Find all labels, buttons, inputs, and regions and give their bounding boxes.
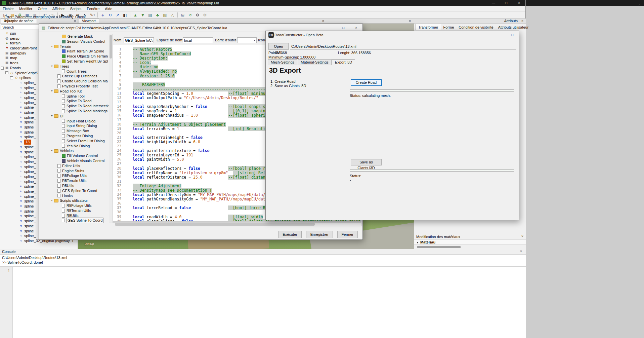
collapse-expander-icon[interactable]: − — [1, 67, 4, 70]
script-tree-item[interactable]: R5Terrain Utils — [41, 208, 109, 213]
menu-fenetre[interactable]: Fenêtre — [84, 6, 102, 12]
toolbar-dropdown[interactable]: ▼ — [237, 37, 257, 43]
executer-button[interactable]: Exécuter — [278, 231, 301, 238]
local-global-toggle-icon[interactable]: ◧ — [122, 12, 128, 18]
script-tree-item[interactable]: Yes No Dialog — [41, 144, 109, 149]
script-tree-item[interactable]: Place Objects On Terrain — [41, 54, 109, 59]
close-icon[interactable]: × — [520, 234, 524, 238]
script-tree-item[interactable]: ▼Ui — [41, 114, 109, 119]
minimize-icon[interactable]: — — [487, 0, 500, 6]
close-icon[interactable]: × — [513, 0, 525, 6]
foliage-paint-icon[interactable]: ♣ — [154, 12, 161, 18]
xml-path-field[interactable]: C:\Users\Admin\Desktop\Routes\13.xml — [290, 43, 516, 50]
tab-attributs-utilisateur[interactable]: Attributs utilisateur — [496, 24, 531, 30]
tab-export-i3d[interactable]: Export i3D — [332, 59, 355, 65]
script-tree-item[interactable]: Vehicle Visuals Control — [41, 158, 109, 163]
script-tree-item[interactable]: Set Terrain Height By Spl — [41, 59, 109, 64]
material-section-header[interactable]: ▼Matériau — [414, 239, 526, 245]
tab-material-settings[interactable]: Material-Settings — [298, 59, 332, 65]
collapse-expander-icon[interactable]: − — [5, 71, 8, 74]
script-tree-item[interactable]: Spline To Road Intersection — [41, 104, 109, 109]
menu-modifier[interactable]: Modifier — [16, 6, 35, 12]
expanded-arrow-icon[interactable]: ▼ — [51, 114, 53, 119]
script-tree-item[interactable]: Spline To Road — [41, 99, 109, 104]
console-input-area[interactable]: 1 — [0, 267, 526, 338]
terrain-height-icon[interactable]: △ — [169, 12, 176, 18]
fermer-button[interactable]: Fermer — [337, 231, 358, 238]
script-tree-item[interactable]: Season Visuals Control — [41, 39, 109, 44]
close-icon[interactable]: × — [520, 19, 524, 23]
script-tree-item[interactable]: Physics Property Test — [41, 84, 109, 89]
console-output[interactable]: C:\Users\Admin\Desktop\Routes\13.xml>> S… — [0, 254, 526, 267]
expanded-arrow-icon[interactable]: ▼ — [51, 44, 53, 49]
create-road-button[interactable]: Create Road — [351, 79, 382, 86]
script-tree-item[interactable]: R5Foliage Utils — [41, 173, 109, 178]
expanded-arrow-icon[interactable]: ▼ — [51, 198, 53, 203]
enregistrer-button[interactable]: Enregistrer — [306, 231, 333, 238]
script-tree-item[interactable]: Message Box — [41, 128, 109, 134]
script-tree-item[interactable]: Input String Dialog — [41, 123, 109, 128]
script-tree-item[interactable]: Progress Dialog — [41, 134, 109, 139]
menu-fichier[interactable]: Fichier — [0, 6, 16, 12]
scrollbar-thumb[interactable] — [115, 223, 315, 226]
chevron-down-icon[interactable]: ▾ — [94, 14, 95, 16]
scrollbar-thumb[interactable] — [110, 35, 112, 59]
close-icon[interactable]: × — [408, 19, 412, 23]
close-icon[interactable]: × — [519, 249, 523, 253]
tab-transformer[interactable]: Transformer — [416, 24, 441, 30]
menu-afficher[interactable]: Afficher — [50, 6, 68, 12]
brush-icon[interactable]: ✎▾ — [89, 12, 96, 18]
script-tree-item[interactable]: Check Clip Distances — [41, 74, 109, 79]
script-tree-item[interactable]: Generate Mask — [41, 34, 109, 39]
code-horizontal-scrollbar[interactable] — [113, 222, 361, 226]
script-tree-item[interactable]: Hooks — [41, 193, 109, 198]
script-tree-item[interactable]: R5Foliage Utils — [41, 203, 109, 208]
tab-condition-de-visibilite[interactable]: Condition de visibilité — [456, 24, 496, 30]
reload-icon[interactable]: ↺ — [187, 12, 194, 18]
road-constructor-titlebar[interactable]: R5 RoadConstructor - Open Beta — □ — [266, 31, 519, 39]
script-tree-item[interactable]: R5Utils — [41, 213, 109, 218]
scale-tool-icon[interactable]: ↗ — [114, 12, 121, 18]
script-tree-item[interactable]: R5Terrain Utils — [41, 178, 109, 183]
settings-gear-icon[interactable]: ⚙ — [194, 12, 201, 18]
collapse-expander-icon[interactable]: − — [10, 76, 13, 79]
close-icon[interactable]: × — [321, 19, 325, 23]
script-tree-item[interactable]: ▼Terrain — [41, 44, 109, 49]
terrain-detail-icon[interactable]: ▧ — [162, 12, 168, 18]
expanded-arrow-icon[interactable]: ▼ — [51, 148, 53, 153]
script-tree-item[interactable]: GES Spline To Coord — [41, 188, 109, 193]
script-tree-item[interactable]: Input Float Dialog — [41, 119, 109, 124]
menu-scripts[interactable]: Scripts — [68, 6, 84, 12]
script-tree-item[interactable]: Fill Volume Control — [41, 153, 109, 158]
terrain-raise-icon[interactable]: ▲ — [132, 12, 139, 18]
script-tree-item[interactable]: Select From List Dialog — [41, 139, 109, 144]
script-tree-item[interactable]: R5Utils — [41, 183, 109, 188]
script-tree-item[interactable]: Editor Utils — [41, 163, 109, 168]
open-xml-button[interactable]: Open XML — [268, 43, 289, 50]
tab-mesh-settings[interactable]: Mesh-Settings — [268, 59, 297, 65]
menu-aide[interactable]: Aide — [102, 6, 115, 12]
window-titlebar[interactable]: GIANTS Editor 64bit 10.0.10 - C:/Users/A… — [0, 0, 525, 6]
info-layer-icon[interactable]: ⊞ — [179, 12, 186, 18]
maximize-icon[interactable]: □ — [506, 31, 519, 39]
save-as-giants-i3d-button[interactable]: Save as Giants i3D — [351, 159, 382, 165]
expanded-arrow-icon[interactable]: ▼ — [51, 64, 53, 69]
script-tree-item[interactable]: Paint Terrain By Spline — [41, 49, 109, 54]
close-icon[interactable]: × — [638, 2, 641, 7]
menu-creer[interactable]: Créer — [35, 6, 50, 12]
minimize-icon[interactable]: — — [493, 31, 506, 39]
preferences-gear-icon[interactable]: ⚙ — [202, 12, 208, 18]
script-tree-item[interactable]: Count Trees — [41, 69, 109, 74]
script-tree-item[interactable]: ▼Scripts utilisateur — [41, 198, 109, 203]
script-tree-item[interactable]: ▼Trees — [41, 64, 109, 69]
maximize-icon[interactable]: □ — [500, 0, 513, 6]
script-tree-item[interactable]: Spline To Road Markings — [41, 109, 109, 114]
script-tree-item[interactable]: ▼Vehicles — [41, 148, 109, 153]
script-tree-item[interactable]: Spline Tool — [41, 94, 109, 99]
tab-forme[interactable]: Forme — [441, 24, 457, 30]
terrain-paint-icon[interactable]: ▨ — [147, 12, 154, 18]
script-tree-item[interactable]: ▼Road Tool Kit — [41, 89, 109, 94]
expanded-arrow-icon[interactable]: ▼ — [51, 89, 53, 94]
script-tree-item[interactable]: GES Spline To Coord — [41, 218, 109, 223]
terrain-lower-icon[interactable]: ▼ — [139, 12, 146, 18]
